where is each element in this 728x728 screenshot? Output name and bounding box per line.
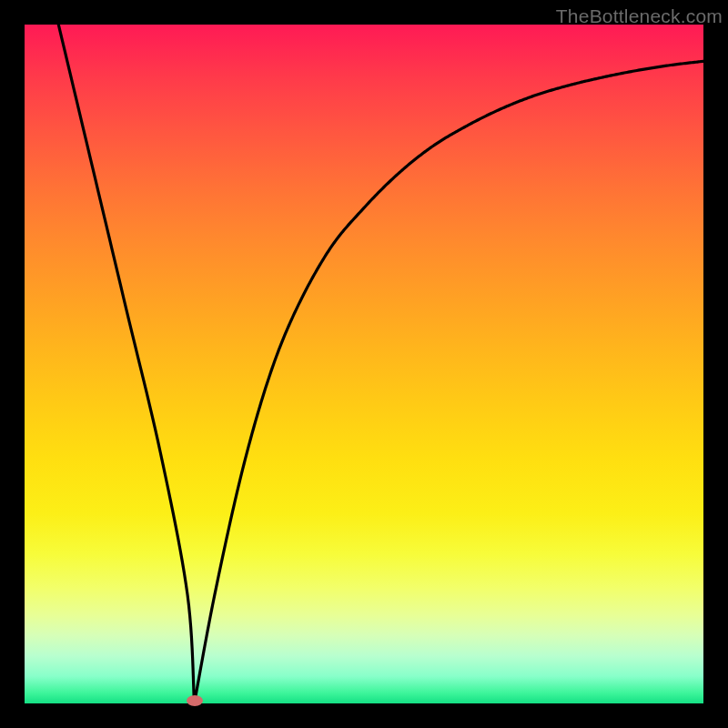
- watermark-text: TheBottleneck.com: [556, 5, 723, 27]
- chart-background: [25, 25, 703, 703]
